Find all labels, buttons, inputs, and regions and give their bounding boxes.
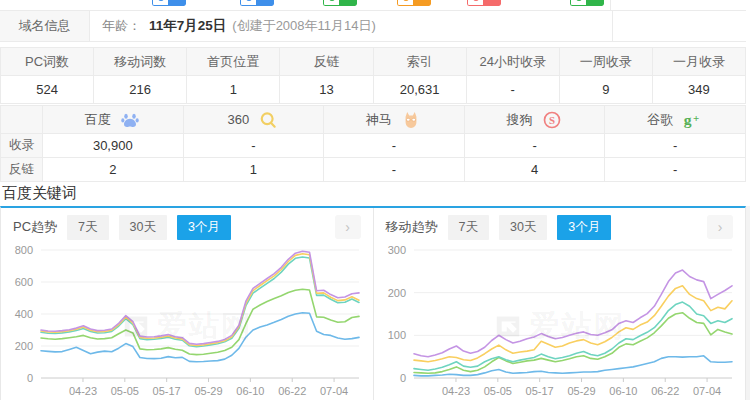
fanlian-shenma: - (324, 158, 465, 181)
stats-value-mobile-words: 216 (94, 76, 187, 103)
svg-text:04-23: 04-23 (69, 385, 97, 397)
stats-value-index: 20,631 (374, 76, 467, 103)
empty-cell (612, 11, 746, 41)
engine-header-baidu: 百度 (43, 106, 184, 133)
svg-text:04-23: 04-23 (441, 385, 469, 397)
shoulu-google: - (605, 134, 745, 157)
section-title-baidu-keywords: 百度关键词 (2, 184, 77, 203)
svg-text:06-22: 06-22 (278, 385, 306, 397)
svg-text:06-22: 06-22 (651, 385, 679, 397)
fanlian-google: - (605, 158, 745, 181)
svg-text:600: 600 (15, 276, 33, 288)
svg-text:0: 0 (27, 372, 33, 384)
pc-trend-header: PC趋势 7天 30天 3个月 › (1, 208, 373, 246)
stats-header-week: 一周收录 (560, 48, 653, 75)
pc-chart-next-chevron-icon[interactable]: › (335, 215, 361, 239)
mobile-range-3m-button[interactable]: 3个月 (557, 215, 611, 240)
fanlian-baidu: 2 (43, 158, 184, 181)
engine-row-shoulu: 收录 30,900 - - - - (1, 134, 745, 158)
pc-range-3m-button[interactable]: 3个月 (177, 215, 231, 240)
svg-text:0: 0 (399, 372, 405, 384)
google-plus-icon: g + (681, 109, 703, 131)
age-label: 年龄： (102, 17, 141, 35)
domain-age: 年龄： 11年7月25日 (创建于2008年11月14日) (90, 11, 612, 41)
svg-text:g: g (684, 110, 692, 127)
mobile-chart-next-chevron-icon[interactable]: › (707, 215, 733, 239)
fanlian-360: 1 (184, 158, 325, 181)
shoulu-360: - (184, 134, 325, 157)
stats-header-row: PC词数 移动词数 首页位置 反链 索引 24小时收录 一周收录 一月收录 (1, 48, 745, 76)
pc-range-7d-button[interactable]: 7天 (67, 215, 108, 240)
engine-header-sogou: 搜狗 S (465, 106, 606, 133)
pc-range-30d-button[interactable]: 30天 (119, 215, 167, 240)
mobile-range-7d-button[interactable]: 7天 (448, 215, 489, 240)
engine-header-360: 360 (184, 106, 325, 133)
series-cyan-line (414, 302, 732, 370)
pc-trend-plot: 爱站网 020040060080004-2305-0505-1705-2906-… (1, 246, 373, 400)
stats-value-week: 9 (560, 76, 653, 103)
keyword-trend-charts: PC趋势 7天 30天 3个月 › 爱站网 020040060080004-23… (0, 206, 746, 400)
mobile-trend-header: 移动趋势 7天 30天 3个月 › (374, 208, 746, 246)
stats-header-month: 一月收录 (653, 48, 745, 75)
baidu-paw-icon (119, 109, 141, 131)
page-background-strip (746, 206, 750, 400)
svg-text:+: + (693, 111, 699, 123)
domain-info-row: 域名信息 年龄： 11年7月25日 (创建于2008年11月14日) (0, 11, 746, 41)
svg-text:05-17: 05-17 (525, 385, 553, 397)
stats-value-pc-words: 524 (1, 76, 94, 103)
domain-info-label: 域名信息 (0, 11, 90, 41)
weight-badge-5[interactable] (467, 0, 501, 6)
age-value: 11年7月25日 (149, 17, 226, 35)
trend-line-chart: 020040060080004-2305-0505-1705-2906-1006… (1, 246, 373, 400)
engine-header-google: 谷歌 g + (605, 106, 745, 133)
stats-value-home-position: 1 (187, 76, 280, 103)
stats-header-home-position: 首页位置 (187, 48, 280, 75)
engine-header-row: 百度 360 神马 (1, 106, 745, 134)
mobile-trend-title: 移动趋势 (386, 218, 438, 236)
weight-badge-6[interactable] (570, 0, 604, 6)
mobile-trend-plot: 爱站网 010020030004-2305-0505-1705-2906-100… (374, 246, 746, 400)
svg-text:800: 800 (15, 246, 33, 256)
weight-badge-4[interactable] (397, 0, 431, 6)
mobile-range-30d-button[interactable]: 30天 (499, 215, 547, 240)
weight-badge-1[interactable] (152, 0, 186, 6)
row-label-shoulu: 收录 (1, 134, 43, 157)
engine-corner-cell (1, 106, 43, 133)
stats-header-index: 索引 (374, 48, 467, 75)
stats-value-backlinks: 13 (280, 76, 373, 103)
mobile-trend-panel: 移动趋势 7天 30天 3个月 › 爱站网 010020030004-2305-… (374, 208, 746, 400)
engine-name: 神马 (366, 111, 392, 129)
stats-header-24h: 24小时收录 (467, 48, 560, 75)
svg-text:200: 200 (387, 287, 405, 299)
360-magnifier-icon (257, 109, 279, 131)
stats-header-pc-words: PC词数 (1, 48, 94, 75)
domain-info-table: 域名信息 年龄： 11年7月25日 (创建于2008年11月14日) (0, 0, 746, 42)
pc-trend-title: PC趋势 (13, 218, 57, 236)
shoulu-sogou: - (465, 134, 606, 157)
engine-name: 搜狗 (507, 111, 533, 129)
svg-text:05-17: 05-17 (153, 385, 181, 397)
svg-text:100: 100 (387, 329, 405, 341)
engine-name: 百度 (85, 111, 111, 129)
trend-line-chart: 010020030004-2305-0505-1705-2906-1006-22… (374, 246, 746, 400)
weight-badge-2[interactable] (240, 0, 274, 6)
svg-text:300: 300 (387, 246, 405, 256)
svg-text:05-05: 05-05 (111, 385, 139, 397)
weight-badge-3[interactable] (323, 0, 357, 6)
svg-text:05-29: 05-29 (194, 385, 222, 397)
shenma-llama-icon (400, 109, 422, 131)
svg-text:S: S (549, 113, 555, 125)
stats-value-row: 524 216 1 13 20,631 - 9 349 (1, 76, 745, 103)
pc-trend-panel: PC趋势 7天 30天 3个月 › 爱站网 020040060080004-23… (1, 208, 374, 400)
engine-row-fanlian: 反链 2 1 - 4 - (1, 158, 745, 181)
shoulu-baidu: 30,900 (43, 134, 184, 157)
svg-text:200: 200 (15, 340, 33, 352)
svg-text:07-04: 07-04 (320, 385, 348, 397)
shoulu-shenma: - (324, 134, 465, 157)
row-label-fanlian: 反链 (1, 158, 43, 181)
stats-value-24h: - (467, 76, 560, 103)
series-cyan-line (41, 257, 359, 347)
age-note: (创建于2008年11月14日) (232, 17, 376, 35)
stats-header-backlinks: 反链 (280, 48, 373, 75)
svg-text:06-10: 06-10 (609, 385, 637, 397)
